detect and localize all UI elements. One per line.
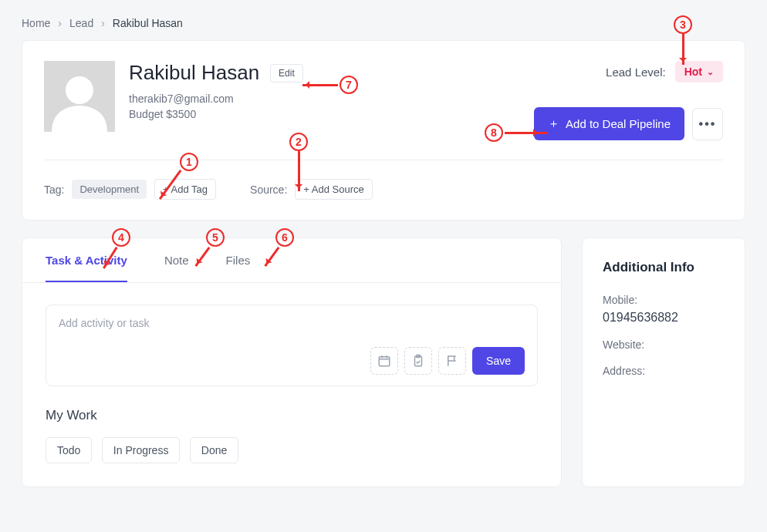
avatar xyxy=(44,61,115,132)
add-to-deal-pipeline-button[interactable]: ＋ Add to Deal Pipeline xyxy=(534,107,684,140)
my-work-title: My Work xyxy=(46,408,538,423)
more-actions-button[interactable]: ••• xyxy=(692,108,723,140)
edit-button[interactable]: Edit xyxy=(270,64,303,82)
additional-info-title: Additional Info xyxy=(603,260,725,275)
svg-rect-2 xyxy=(379,357,390,366)
chevron-right-icon: › xyxy=(58,17,62,29)
lead-level-dropdown[interactable]: Hot ⌄ xyxy=(675,61,723,82)
status-done[interactable]: Done xyxy=(190,437,238,463)
flag-icon xyxy=(445,354,459,368)
calendar-icon xyxy=(377,354,391,368)
address-label: Address: xyxy=(603,365,725,377)
add-source-button[interactable]: + Add Source xyxy=(295,179,372,200)
activity-input-box: Save xyxy=(46,305,538,386)
lead-budget: Budget $3500 xyxy=(129,108,303,120)
add-deal-label: Add to Deal Pipeline xyxy=(566,117,671,130)
additional-info-panel: Additional Info Mobile: 01945636882 Webs… xyxy=(582,237,745,487)
status-todo[interactable]: Todo xyxy=(46,437,92,463)
breadcrumb-home[interactable]: Home xyxy=(22,17,50,29)
tab-note[interactable]: Note xyxy=(164,238,189,282)
tag-chip-development[interactable]: Development xyxy=(72,180,147,199)
task-activity-panel: Task & Activity Note Files Save My Work xyxy=(22,237,562,487)
lead-level-label: Lead Level: xyxy=(606,66,666,79)
user-silhouette-icon xyxy=(44,61,115,132)
mobile-value: 01945636882 xyxy=(603,311,725,325)
source-label: Source: xyxy=(250,184,287,196)
plus-icon: ＋ xyxy=(548,116,559,131)
tab-task-activity[interactable]: Task & Activity xyxy=(46,238,127,282)
tabs: Task & Activity Note Files xyxy=(22,238,561,283)
lead-level-value: Hot xyxy=(684,66,702,78)
tab-files[interactable]: Files xyxy=(226,238,251,282)
lead-name: Rakibul Hasan xyxy=(129,61,259,85)
breadcrumb-lead[interactable]: Lead xyxy=(69,17,93,29)
save-button[interactable]: Save xyxy=(472,347,525,375)
calendar-icon-button[interactable] xyxy=(370,347,398,375)
activity-input[interactable] xyxy=(59,317,525,329)
breadcrumb-current: Rakibul Hasan xyxy=(113,17,183,29)
mobile-label: Mobile: xyxy=(603,294,725,306)
clipboard-icon-button[interactable] xyxy=(404,347,432,375)
tag-label: Tag: xyxy=(44,184,64,196)
status-in-progress[interactable]: In Progress xyxy=(102,437,181,463)
flag-icon-button[interactable] xyxy=(438,347,466,375)
dots-horizontal-icon: ••• xyxy=(699,117,717,131)
clipboard-icon xyxy=(411,354,425,368)
chevron-down-icon: ⌄ xyxy=(707,67,714,77)
chevron-right-icon: › xyxy=(101,17,105,29)
add-tag-button[interactable]: + Add Tag xyxy=(154,179,216,200)
lead-email: therakib7@gmail.com xyxy=(129,93,303,105)
svg-point-1 xyxy=(66,76,93,104)
lead-hero-card: Rakibul Hasan Edit therakib7@gmail.com B… xyxy=(22,40,745,221)
website-label: Website: xyxy=(603,338,725,351)
breadcrumb: Home › Lead › Rakibul Hasan xyxy=(0,0,767,40)
